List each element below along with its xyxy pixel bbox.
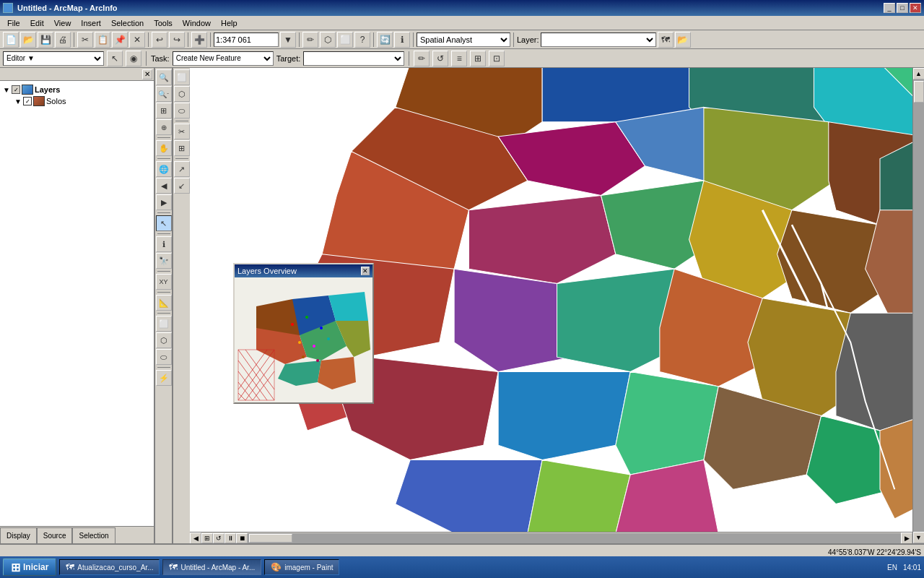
layer-select[interactable] <box>541 33 656 47</box>
taskbar-item-3[interactable]: 🎨 imagem - Paint <box>264 559 339 575</box>
select-tool1[interactable]: ⬜ <box>156 316 172 332</box>
solos-checkbox[interactable]: ✓ <box>23 97 32 105</box>
minimize-button[interactable]: _ <box>884 3 895 13</box>
sketch-tool5[interactable]: ⊡ <box>489 51 505 66</box>
globe-tool[interactable]: 🌐 <box>156 161 172 177</box>
nav-btn-1[interactable]: ⊞ <box>201 533 213 543</box>
menu-file[interactable]: File <box>3 17 25 29</box>
save-button[interactable]: 💾 <box>38 32 53 48</box>
help-button[interactable]: ? <box>354 32 370 48</box>
window-controls[interactable]: _ □ ✕ <box>884 3 921 13</box>
zoom-out-tool[interactable]: 🔍- <box>156 86 172 102</box>
map-tb-sep7 <box>157 313 170 314</box>
display-tab[interactable]: Display <box>0 527 37 543</box>
scroll-track-h[interactable] <box>248 533 901 543</box>
right-tool4[interactable]: ✂ <box>174 124 190 139</box>
forward-tool[interactable]: ▶ <box>156 194 172 210</box>
select-tool2[interactable]: ⬡ <box>156 332 172 348</box>
pan-tool[interactable]: ✋ <box>156 140 172 156</box>
redo-button[interactable]: ↪ <box>169 32 185 48</box>
solos-expand[interactable]: ▼ <box>14 98 22 105</box>
close-button[interactable]: ✕ <box>910 3 921 13</box>
menu-window[interactable]: Window <box>178 17 215 29</box>
menu-view[interactable]: View <box>50 17 76 29</box>
undo-button[interactable]: ↩ <box>152 32 167 48</box>
scroll-down-button[interactable]: ▼ <box>913 532 925 543</box>
print-button[interactable]: 🖨 <box>55 32 71 48</box>
scroll-left-button[interactable]: ◀ <box>190 532 201 544</box>
menu-help[interactable]: Help <box>217 17 242 29</box>
source-tab[interactable]: Source <box>37 527 73 543</box>
refresh-button[interactable]: 🔄 <box>377 32 393 48</box>
task-dropdown[interactable]: Create New Feature <box>173 51 274 66</box>
scroll-up-button[interactable]: ▲ <box>913 68 925 79</box>
paste-button[interactable]: 📌 <box>112 32 128 48</box>
map-area[interactable]: Layers Overview ✕ <box>190 68 924 543</box>
start-button[interactable]: ⊞ Iniciar <box>3 558 56 576</box>
measure-tool[interactable]: 📐 <box>156 295 172 311</box>
editor-tool1[interactable]: ✏ <box>302 32 318 48</box>
find-tool[interactable]: 🔭 <box>156 253 172 269</box>
fixed-zoom-in[interactable]: ⊕ <box>156 119 172 135</box>
layer-btn2[interactable]: 📂 <box>675 32 691 48</box>
overview-close-button[interactable]: ✕ <box>361 267 370 275</box>
map-scrollbar-vertical[interactable]: ▲ ▼ <box>912 68 924 543</box>
flash-tool[interactable]: ⚡ <box>156 370 172 386</box>
editor-tool2[interactable]: ⬡ <box>320 32 336 48</box>
add-data-button[interactable]: ➕ <box>191 32 207 48</box>
full-extent-tool[interactable]: ⊞ <box>156 103 172 118</box>
scroll-right-button[interactable]: ▶ <box>901 532 912 544</box>
right-tool5[interactable]: ⊞ <box>174 140 190 156</box>
sketch-tool2[interactable]: ↺ <box>432 51 448 66</box>
nav-btn-2[interactable]: ↺ <box>213 533 225 543</box>
cursor-tool[interactable]: ↖ <box>156 215 172 231</box>
menu-selection[interactable]: Selection <box>107 17 148 29</box>
spatial-analyst-dropdown[interactable]: Spatial Analyst <box>417 33 510 47</box>
editor-toolbar: Editor ▼ ↖ ◉ Task: Create New Feature Ta… <box>0 49 924 68</box>
right-tool6[interactable]: ↗ <box>174 161 190 177</box>
taskbar-item-2[interactable]: 🗺 Untitled - ArcMap - Ar... <box>162 559 261 575</box>
maximize-button[interactable]: □ <box>897 3 908 13</box>
scroll-track-v[interactable] <box>913 79 925 532</box>
layers-checkbox[interactable]: ✓ <box>12 85 20 94</box>
sketch-tool4[interactable]: ⊞ <box>470 51 486 66</box>
delete-button[interactable]: ✕ <box>129 32 145 48</box>
scroll-thumb-v[interactable] <box>914 81 924 103</box>
zoom-in-tool[interactable]: 🔍 <box>156 69 172 85</box>
menu-tools[interactable]: Tools <box>149 17 177 29</box>
new-button[interactable]: 📄 <box>3 32 19 48</box>
scroll-thumb-h[interactable] <box>249 534 292 543</box>
editor-tool3[interactable]: ⬜ <box>337 32 353 48</box>
right-tool1[interactable]: ⬜ <box>174 69 190 85</box>
sketch-tool3[interactable]: ≡ <box>451 51 467 66</box>
right-tool3[interactable]: ⬭ <box>174 103 190 118</box>
right-tool2[interactable]: ⬡ <box>174 86 190 102</box>
sketch-tool1[interactable]: ✏ <box>414 51 430 66</box>
selection-tab[interactable]: Selection <box>72 527 115 543</box>
cut-button[interactable]: ✂ <box>77 32 93 48</box>
nav-btn-3[interactable]: ⏸ <box>225 533 236 543</box>
menu-insert[interactable]: Insert <box>77 17 105 29</box>
identify-tool[interactable]: ℹ <box>156 236 172 252</box>
info-button[interactable]: ℹ <box>394 32 410 48</box>
copy-button[interactable]: 📋 <box>95 32 110 48</box>
edit-vertices[interactable]: ◉ <box>126 51 141 66</box>
edit-pointer[interactable]: ↖ <box>107 51 123 66</box>
select-tool3[interactable]: ⬭ <box>156 349 172 365</box>
editor-dropdown[interactable]: Editor ▼ <box>3 51 104 66</box>
toc-close-button[interactable]: ✕ <box>142 69 152 79</box>
scale-input[interactable]: 1:347 061 <box>214 33 279 47</box>
xy-tool[interactable]: XY <box>156 274 172 290</box>
right-tool7[interactable]: ↙ <box>174 178 190 194</box>
open-button[interactable]: 📂 <box>20 32 36 48</box>
back-tool[interactable]: ◀ <box>156 178 172 194</box>
target-dropdown[interactable] <box>303 51 404 66</box>
map-scrollbar-horizontal[interactable]: ◀ ⊞ ↺ ⏸ ⏹ ▶ <box>190 532 912 543</box>
scale-dropdown[interactable]: ▼ <box>280 32 296 48</box>
map-toolbar-right: ⬜ ⬡ ⬭ ✂ ⊞ ↗ ↙ <box>173 68 190 543</box>
layer-btn1[interactable]: 🗺 <box>658 32 674 48</box>
nav-btn-4[interactable]: ⏹ <box>236 533 248 543</box>
taskbar-item-1[interactable]: 🗺 Atualizacao_curso_Ar... <box>59 559 160 575</box>
menu-edit[interactable]: Edit <box>26 17 48 29</box>
expand-icon[interactable]: ▼ <box>3 86 10 94</box>
